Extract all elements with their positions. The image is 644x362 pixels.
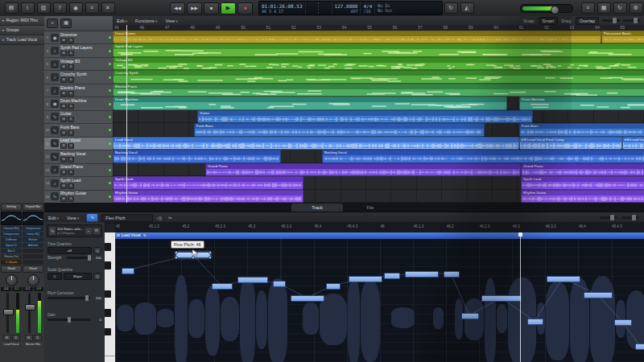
- flex-pitch-note[interactable]: [635, 343, 644, 350]
- track-strip-setting-button[interactable]: Setting: [1, 204, 22, 211]
- output-strip-send-slot[interactable]: [23, 249, 43, 253]
- scale-root-select[interactable]: C: [47, 273, 62, 280]
- track-header-funk-bass[interactable]: 10∿Funk BassMS: [44, 124, 113, 137]
- editor-ruler[interactable]: 4545.1.345.245.2.345.345.3.345.445.4.346…: [115, 222, 644, 233]
- output-strip-eq-thumbnail[interactable]: [23, 212, 43, 225]
- fader-thumb[interactable]: [25, 304, 35, 311]
- track-lane-8[interactable]: Drum MachineDrum Machine: [113, 97, 644, 109]
- solo-button[interactable]: S: [68, 91, 74, 97]
- track-header-rhythm-guitar[interactable]: 15∿Rhythm GuitarMS: [44, 191, 113, 204]
- track-lane-11[interactable]: Lead Vocal▸⊞ Lead Vocal Final Comp▸⊞ Lea…: [113, 137, 644, 150]
- duplicate-track-button[interactable]: ▦: [60, 19, 72, 28]
- flex-pitch-note[interactable]: [122, 268, 134, 274]
- tab-file[interactable]: File: [345, 204, 396, 212]
- region-grand-piano[interactable]: Grand Piano: [521, 163, 644, 176]
- track-strip-group-slot[interactable]: 1: Vocals: [1, 260, 22, 265]
- track-header-electric-piano[interactable]: 7♪Electric PianoMS: [44, 84, 113, 97]
- region-rhythm-guitar[interactable]: Rhythm Guitar: [113, 190, 303, 203]
- region-electric-piano[interactable]: Electric Piano: [113, 84, 644, 97]
- flex-pitch-canvas[interactable]: Fine Pitch: 46: [115, 239, 644, 362]
- flex-pitch-note[interactable]: [527, 319, 543, 325]
- inspector-icon[interactable]: i: [21, 2, 35, 14]
- vertical-zoom-slider[interactable]: [623, 19, 641, 22]
- scissors-icon[interactable]: ✂: [168, 215, 172, 220]
- track-header-synth-pad-layers[interactable]: 3♪Synth Pad LayersMS: [44, 44, 113, 57]
- region-percussive-beats[interactable]: Percussive Beats: [601, 31, 644, 43]
- media-browser-icon[interactable]: ▦: [597, 2, 611, 14]
- mute-button[interactable]: M: [60, 130, 67, 136]
- editor-v-zoom-slider[interactable]: [621, 216, 639, 219]
- track-strip-output-slot[interactable]: Stereo Out: [1, 254, 22, 259]
- track-lane-6[interactable]: Crunchy Synth: [113, 70, 644, 83]
- white-key[interactable]: [105, 346, 115, 356]
- track-header-backing-vocal[interactable]: 12∿Backing VocalMS: [44, 150, 113, 163]
- region-drum-machine[interactable]: Drum Machine: [519, 97, 644, 109]
- track-strip-mute-button[interactable]: M: [3, 335, 11, 341]
- flex-pitch-note[interactable]: [326, 283, 341, 290]
- flex-pitch-note[interactable]: [405, 271, 439, 278]
- region-lead-vocal-f[interactable]: ▸⊞ Lead Vocal F: [622, 137, 644, 150]
- track-header-drum-machine[interactable]: 8◉Drum MachineMS: [44, 97, 113, 110]
- flex-pitch-note[interactable]: [547, 276, 580, 282]
- output-strip-plugin-slot-3[interactable]: AdLimit: [23, 243, 43, 248]
- solo-button[interactable]: S: [68, 170, 74, 175]
- editor-edit-menu[interactable]: Edit: [48, 216, 59, 220]
- inspector-section-0[interactable]: ▸ Region: MIDI Thru: [0, 16, 44, 26]
- region-funk-bass[interactable]: Funk Bass: [519, 123, 644, 136]
- record-button[interactable]: ●: [237, 2, 253, 14]
- track-strip-automation-button[interactable]: Read: [1, 265, 22, 273]
- mute-button[interactable]: M: [60, 91, 67, 97]
- functions-menu[interactable]: Functions: [135, 19, 157, 23]
- stop-button[interactable]: ■: [204, 2, 219, 14]
- track-lane-10[interactable]: Funk BassFunk Bass: [113, 123, 644, 136]
- mute-button[interactable]: M: [60, 104, 67, 109]
- cycle-icon[interactable]: ↻: [444, 2, 458, 14]
- view-menu[interactable]: View: [165, 19, 177, 23]
- mute-button[interactable]: M: [60, 196, 67, 202]
- region-disco-drums[interactable]: Disco Drums: [113, 31, 601, 43]
- region-synth-lead[interactable]: Synth Lead: [113, 176, 303, 189]
- solo-button[interactable]: S: [68, 196, 74, 202]
- track-strip-solo-button[interactable]: S: [12, 335, 20, 341]
- flex-pitch-note[interactable]: [614, 319, 632, 326]
- region-rhythm-guitar[interactable]: Rhythm Guitar: [521, 190, 644, 203]
- list-editors-icon[interactable]: ≡: [581, 2, 595, 14]
- region-funk-bass[interactable]: Funk Bass: [194, 123, 485, 136]
- quick-help-icon[interactable]: ?: [53, 2, 67, 14]
- editor-region-bar[interactable]: ⊞Lead Vocal ↻: [115, 232, 644, 239]
- add-track-button[interactable]: +: [47, 19, 58, 28]
- master-volume-slider[interactable]: [520, 4, 573, 13]
- mute-button[interactable]: M: [60, 143, 67, 149]
- track-lane-5[interactable]: Vintage B3: [113, 57, 644, 70]
- inspector-section-2[interactable]: ▸ Track: Lead Vocal: [0, 35, 44, 45]
- track-header-drummer[interactable]: 1◉DrummerMS: [44, 31, 113, 44]
- mute-button[interactable]: M: [60, 38, 67, 43]
- mute-button[interactable]: M: [60, 117, 67, 122]
- flex-mode-select[interactable]: Flex Pitch: [101, 214, 153, 222]
- flex-toggle-icon[interactable]: ∿: [86, 213, 98, 222]
- time-quantize-apply-button[interactable]: Q: [93, 247, 101, 254]
- region-synth-lead[interactable]: Synth Lead: [521, 176, 644, 189]
- mute-button[interactable]: M: [60, 77, 67, 83]
- region-lead-vocal-final-comp[interactable]: ▸⊞ Lead Vocal Final Comp: [519, 137, 622, 150]
- gain-slider[interactable]: [47, 319, 90, 321]
- solo-button[interactable]: S: [68, 77, 74, 83]
- region-grand-piano[interactable]: Grand Piano: [205, 163, 521, 176]
- flex-pitch-note[interactable]: [584, 292, 613, 298]
- prelisten-speaker-icon[interactable]: ◁): [156, 215, 162, 220]
- track-header-crunchy-synth[interactable]: 6♪Crunchy SynthMS: [44, 71, 113, 84]
- solo-button[interactable]: S: [68, 51, 74, 56]
- output-strip-plugin-slot-1[interactable]: Linear EQ: [23, 232, 43, 237]
- rewind-button[interactable]: ◀◀: [170, 2, 185, 14]
- solo-button[interactable]: S: [68, 104, 74, 109]
- edit-menu[interactable]: Edit: [117, 19, 127, 23]
- track-strip-plugin-slot-3[interactable]: Space D: [1, 243, 22, 248]
- flex-pitch-note[interactable]: [349, 276, 382, 282]
- mixer-icon[interactable]: ≡: [85, 2, 99, 14]
- mute-button[interactable]: M: [60, 183, 67, 189]
- solo-button[interactable]: S: [68, 183, 74, 189]
- settings-icon[interactable]: ⚙: [630, 2, 643, 14]
- output-strip-output-slot[interactable]: [23, 254, 43, 259]
- flex-pitch-note[interactable]: [384, 273, 400, 279]
- region-guitar[interactable]: Guitar: [197, 110, 533, 123]
